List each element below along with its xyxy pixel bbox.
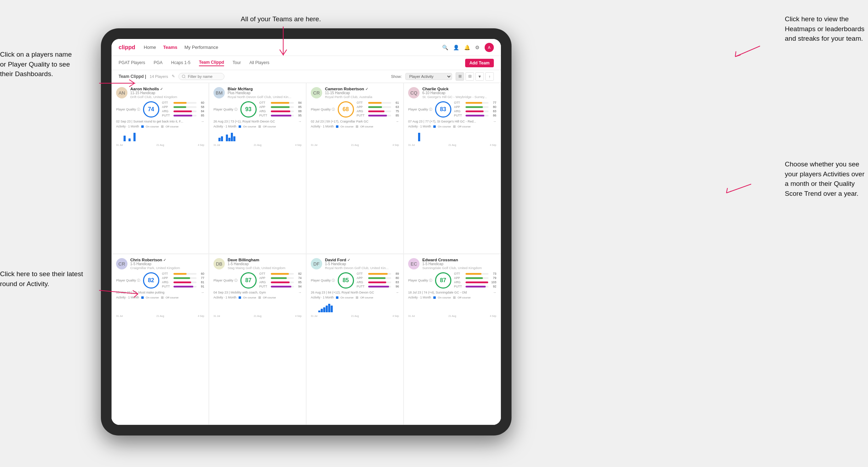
list-view-button[interactable]: ⊟ (466, 72, 474, 81)
team-header: Team Clippd | 14 Players ✎ Show: Player … (112, 70, 501, 83)
player-card[interactable]: BM Blair McHarg Plus Handicap Royal Nort… (209, 83, 306, 254)
quality-row: Player Quality ⓘ 93 OTT 84 APP 85 ARG 88 (213, 101, 302, 118)
latest-round[interactable]: 07 Aug 23 | 77 (+7), St George's Hill GC… (408, 119, 496, 123)
quality-label: Player Quality ⓘ (408, 278, 432, 283)
nav-icons: 🔍 👤 🔔 ⚙ A (442, 43, 494, 52)
quality-label: Player Quality ⓘ (408, 107, 432, 112)
player-card[interactable]: CQ Charlie Quick 6-10 Handicap St. Georg… (404, 83, 501, 254)
quality-circle[interactable]: 87 (240, 272, 257, 289)
player-header: AN Aaron Nicholls ✓ 11-15 Handicap Drift… (116, 87, 204, 99)
round-arrow-icon[interactable]: → (493, 119, 496, 123)
round-arrow-icon[interactable]: → (201, 290, 204, 294)
sub-nav-pgat[interactable]: PGAT Players (119, 60, 145, 66)
quality-row: Player Quality ⓘ 82 OTT 60 APP 77 ARG 81 (116, 272, 204, 289)
quality-circle[interactable]: 93 (240, 101, 257, 118)
grid-view-button[interactable]: ⊞ (456, 72, 464, 81)
show-select[interactable]: Player Activity Quality Score Trend (405, 73, 452, 80)
quality-circle[interactable]: 74 (143, 101, 159, 118)
off-course-legend (258, 125, 261, 128)
round-arrow-icon[interactable]: → (201, 119, 204, 123)
latest-round[interactable]: 03 Mar 23 | 19, Must make putting → (116, 290, 204, 294)
latest-round[interactable]: 02 Sep 23 | Sunset round to get back int… (116, 119, 204, 123)
stat-ott: OTT 60 (162, 101, 204, 104)
settings-icon[interactable]: ⚙ (475, 45, 480, 50)
off-course-legend (356, 125, 358, 128)
round-arrow-icon[interactable]: → (493, 290, 496, 294)
latest-round[interactable]: 02 Jul 23 | 59 (+17), Craigmillar Park G… (311, 119, 399, 123)
quality-circle[interactable]: 85 (338, 272, 354, 289)
off-course-label: Off course (263, 125, 276, 128)
player-name[interactable]: Cameron Robertson ✓ (325, 87, 399, 91)
stat-ott: OTT 60 (162, 272, 204, 275)
edit-icon[interactable]: ✎ (172, 74, 175, 79)
off-course-label: Off course (360, 125, 373, 128)
quality-circle[interactable]: 83 (435, 101, 451, 118)
off-course-legend (161, 125, 164, 128)
arrow-activity (719, 181, 755, 198)
player-name[interactable]: Aaron Nicholls ✓ (130, 87, 204, 91)
verified-icon: ✓ (365, 87, 368, 91)
player-name[interactable]: Chris Robertson ✓ (130, 258, 204, 262)
round-arrow-icon[interactable]: → (298, 119, 302, 123)
player-name[interactable]: Charlie Quick (422, 87, 496, 91)
nav-my-performance[interactable]: My Performance (184, 43, 218, 51)
stat-arg: ARG 84 (162, 109, 204, 113)
stat-putt: PUTT 85 (357, 114, 399, 117)
filter-input[interactable] (178, 73, 224, 80)
stat-arg: ARG 103 (454, 280, 496, 284)
player-card[interactable]: DB Dave Billingham 1-5 Handicap Stag Mai… (209, 254, 306, 425)
latest-round[interactable]: 26 Aug 23 | 73 (+1), Royal North Devon G… (213, 119, 302, 123)
stat-arg: ARG 83 (454, 109, 496, 113)
latest-round[interactable]: 04 Sep 23 | Mobility with coach, Gym → (213, 290, 302, 294)
player-card[interactable]: AN Aaron Nicholls ✓ 11-15 Handicap Drift… (112, 83, 209, 254)
on-course-label: On course (438, 125, 451, 128)
off-course-legend (453, 296, 456, 299)
player-card[interactable]: EC Edward Crossman 1-5 Handicap Sunningd… (404, 254, 501, 425)
activity-section: Activity · 1 Month On course Off course … (311, 296, 399, 317)
sub-nav-tour[interactable]: Tour (233, 60, 241, 66)
player-name[interactable]: David Ford ✓ (325, 258, 399, 262)
stat-ott: OTT 89 (357, 272, 399, 275)
stat-arg: ARG 75 (357, 109, 399, 113)
activity-label: Activity · 1 Month (213, 296, 236, 299)
quality-circle[interactable]: 68 (338, 101, 354, 118)
sub-nav-pga[interactable]: PGA (154, 60, 162, 66)
activity-chart: 31 Jul 21 Aug 4 Sep (311, 300, 399, 317)
latest-round[interactable]: 26 Aug 23 | 84 (+12), Royal North Devon … (311, 290, 399, 294)
verified-icon: ✓ (347, 258, 350, 262)
player-card[interactable]: CR Chris Robertson ✓ 1-5 Handicap Craigm… (112, 254, 209, 425)
team-name: Team Clippd | (119, 74, 146, 79)
nav-logo[interactable]: clippd (119, 44, 135, 51)
quality-circle[interactable]: 82 (143, 272, 159, 289)
quality-row: Player Quality ⓘ 85 OTT 89 APP 80 ARG 83 (311, 272, 399, 289)
stat-arg: ARG 88 (259, 109, 302, 113)
bell-icon[interactable]: 🔔 (464, 45, 470, 50)
off-course-legend (161, 296, 164, 299)
round-arrow-icon[interactable]: → (395, 290, 399, 294)
latest-round[interactable]: 18 Jul 23 | 74 (+4), Sunningdale GC - Ol… (408, 290, 496, 294)
round-arrow-icon[interactable]: → (395, 119, 399, 123)
nav-home[interactable]: Home (144, 43, 156, 51)
on-course-label: On course (243, 296, 256, 299)
add-team-button[interactable]: Add Team (465, 59, 494, 67)
player-name[interactable]: Dave Billingham (228, 258, 302, 262)
avatar[interactable]: A (485, 43, 494, 52)
player-card[interactable]: CR Cameron Robertson ✓ 11-15 Handicap Ro… (306, 83, 404, 254)
player-header: BM Blair McHarg Plus Handicap Royal Nort… (213, 87, 302, 99)
player-name[interactable]: Edward Crossman (422, 258, 496, 262)
sub-nav-all-players[interactable]: All Players (249, 60, 269, 66)
player-card[interactable]: DF David Ford ✓ 1-5 Handicap Royal North… (306, 254, 404, 425)
quality-circle[interactable]: 87 (435, 272, 451, 289)
activity-label: Activity · 1 Month (311, 125, 334, 128)
user-icon[interactable]: 👤 (453, 45, 459, 50)
sub-nav-team-clippd[interactable]: Team Clippd (199, 60, 224, 66)
round-arrow-icon[interactable]: → (298, 290, 302, 294)
search-icon[interactable]: 🔍 (442, 45, 448, 50)
activity-section: Activity · 1 Month On course Off course … (408, 296, 496, 317)
activity-label: Activity · 1 Month (311, 296, 334, 299)
player-name[interactable]: Blair McHarg (228, 87, 302, 91)
filter-button[interactable]: ▼ (475, 72, 484, 81)
nav-teams[interactable]: Teams (163, 43, 177, 51)
sub-nav-hcaps[interactable]: Hcaps 1-5 (171, 60, 190, 66)
sort-button[interactable]: ↑ (485, 72, 494, 81)
